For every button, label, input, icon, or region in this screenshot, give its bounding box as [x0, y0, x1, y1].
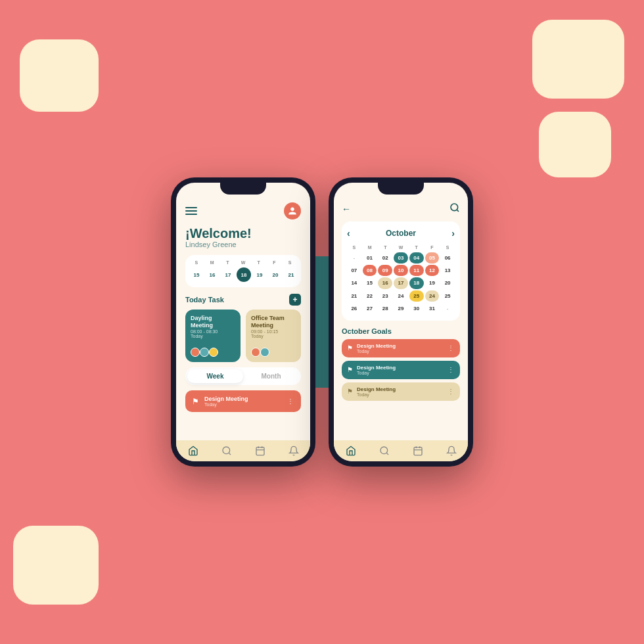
fcal-25[interactable]: 25 [409, 290, 424, 302]
svg-point-0 [223, 447, 230, 454]
fcal-19[interactable]: 19 [425, 277, 440, 288]
fcal-17[interactable]: 17 [394, 277, 408, 288]
fcal-01[interactable]: 01 [363, 252, 377, 264]
next-month-button[interactable]: › [451, 228, 455, 239]
goal-title: Design Meeting [204, 396, 282, 402]
fcal-05[interactable]: 05 [425, 252, 440, 264]
phones-container: ¡Welcome! Lindsey Greene S M T W T F S 1… [171, 177, 473, 467]
fcal-10[interactable]: 10 [394, 265, 408, 276]
cal-day-19[interactable]: 19 [252, 267, 267, 282]
fcal-18[interactable]: 18 [409, 277, 424, 288]
task-1-title: Dayling Meeting [191, 315, 235, 329]
fcal-27[interactable]: 27 [363, 303, 377, 314]
decorative-blob-bl [13, 526, 99, 605]
cal-day-17[interactable]: 17 [221, 267, 235, 282]
fcal-02[interactable]: 02 [378, 252, 392, 264]
fcal-30[interactable]: 30 [409, 303, 424, 314]
fcal-25b[interactable]: 25 [440, 290, 455, 302]
fcal-empty2: - [440, 303, 455, 314]
flag-icon: ⚑ [192, 397, 199, 406]
fcal-24[interactable]: 24 [394, 290, 408, 302]
today-task-label: Today Task [185, 296, 224, 304]
full-calendar: ‹ October › S M T W T F S - [342, 221, 460, 321]
goal-2-title: Design Meeting [357, 365, 444, 371]
task-1-time: 08:00 - 08:30 [191, 329, 235, 334]
goal-dots[interactable]: ⋮ [287, 398, 294, 405]
goal-1[interactable]: ⚑ Design Meeting Today ⋮ [342, 339, 460, 357]
fcal-24b[interactable]: 24 [425, 290, 440, 302]
fcal-15[interactable]: 15 [363, 277, 377, 288]
welcome-name: Lindsey Greene [185, 241, 301, 248]
back-button[interactable]: ← [342, 204, 351, 214]
fcal-11[interactable]: 11 [409, 265, 424, 276]
nav2-search[interactable] [378, 444, 391, 457]
fcal-06[interactable]: 06 [440, 252, 455, 264]
task-cards: Dayling Meeting 08:00 - 08:30 Today Off [185, 310, 301, 362]
fcal-29[interactable]: 29 [394, 303, 408, 314]
goal-1-dots[interactable]: ⋮ [448, 344, 455, 352]
fcal-08[interactable]: 08 [363, 265, 377, 276]
nav2-bell[interactable] [445, 444, 458, 457]
goal-sub: Today [204, 402, 282, 407]
fcal-09[interactable]: 09 [378, 265, 392, 276]
fcal-22[interactable]: 22 [363, 290, 377, 302]
fcal-31[interactable]: 31 [425, 303, 440, 314]
cal-day-15[interactable]: 15 [189, 267, 204, 282]
fcal-23[interactable]: 23 [378, 290, 392, 302]
cal-day-18[interactable]: 18 [237, 267, 251, 282]
fcal-28[interactable]: 28 [378, 303, 392, 314]
mini-cal-headers: S M T W T F S [189, 260, 297, 265]
flag-icon-1: ⚑ [347, 344, 353, 352]
goals-section: October Goals ⚑ Design Meeting Today ⋮ ⚑… [342, 327, 460, 440]
nav-search[interactable] [220, 444, 233, 457]
fcal-21[interactable]: 21 [347, 290, 361, 302]
nav2-calendar[interactable] [411, 444, 425, 457]
phone-1-notch [220, 183, 266, 195]
week-month-tabs: Week Month [185, 367, 301, 385]
tab-week[interactable]: Week [187, 369, 243, 383]
decorative-blob-tr2 [539, 112, 611, 177]
svg-line-7 [457, 210, 459, 212]
cal-day-20[interactable]: 20 [268, 267, 283, 282]
task-2-label: Today [251, 334, 296, 338]
menu-icon[interactable] [185, 207, 197, 215]
search-button[interactable] [449, 202, 460, 215]
nav2-home[interactable] [344, 444, 357, 457]
goal-3[interactable]: ⚑ Design Meeting Today ⋮ [342, 382, 460, 401]
nav-calendar[interactable] [254, 444, 267, 457]
cal-day-16[interactable]: 16 [205, 267, 219, 282]
goal-1-title: Design Meeting [357, 343, 444, 349]
phone-1-screen: ¡Welcome! Lindsey Greene S M T W T F S 1… [176, 183, 310, 461]
fcal-16[interactable]: 16 [378, 277, 392, 288]
fcal-07[interactable]: 07 [347, 265, 361, 276]
fcal-12[interactable]: 12 [425, 265, 440, 276]
month-title: October [386, 229, 416, 238]
cal-day-21[interactable]: 21 [284, 267, 298, 282]
add-task-button[interactable]: + [289, 294, 301, 306]
goal-2-dots[interactable]: ⋮ [448, 366, 455, 373]
decorative-blob-tl [20, 39, 99, 112]
goal-item-design[interactable]: ⚑ Design Meeting Today ⋮ [185, 390, 301, 412]
tab-month[interactable]: Month [243, 369, 299, 383]
fcal-20[interactable]: 20 [440, 277, 455, 288]
fcal-14[interactable]: 14 [347, 277, 361, 288]
prev-month-button[interactable]: ‹ [347, 228, 350, 239]
fcal-26[interactable]: 26 [347, 303, 361, 314]
nav-bell[interactable] [287, 444, 300, 457]
avatar[interactable] [284, 202, 301, 219]
full-cal-grid: S M T W T F S - 01 02 03 04 05 [347, 244, 455, 314]
decorative-blob-tr [532, 20, 624, 99]
goal-2[interactable]: ⚑ Design Meeting Today ⋮ [342, 361, 460, 379]
fcal-13[interactable]: 13 [440, 265, 455, 276]
fcal-03[interactable]: 03 [394, 252, 408, 264]
task-card-office[interactable]: Office Team Meeting 09:00 - 10:15 Today [246, 310, 301, 362]
nav-home[interactable] [187, 444, 200, 457]
task-2-avatars [251, 348, 296, 357]
fcal-04[interactable]: 04 [409, 252, 424, 264]
goal-3-title: Design Meeting [357, 386, 444, 392]
task-card-dayling[interactable]: Dayling Meeting 08:00 - 08:30 Today [185, 310, 241, 362]
goal-3-dots[interactable]: ⋮ [448, 388, 455, 395]
goal-1-text: Design Meeting Today [357, 343, 444, 354]
phone-2-notch [378, 183, 424, 195]
goal-2-sub: Today [357, 371, 444, 375]
